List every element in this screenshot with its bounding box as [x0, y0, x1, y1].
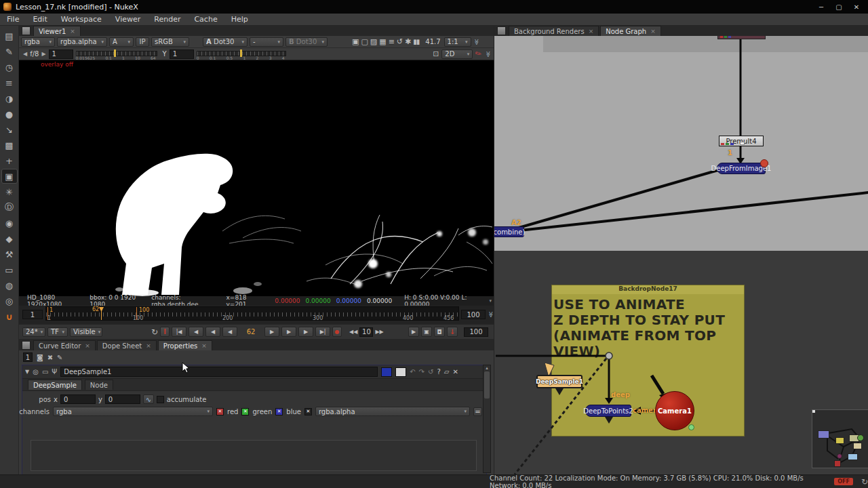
ip-toggle[interactable]: IP: [136, 37, 149, 47]
node-deeptopoints2[interactable]: DeepToPoints2: [585, 405, 631, 417]
red-checkbox[interactable]: ✕: [216, 408, 224, 415]
deep-icon[interactable]: Ⓓ: [1, 200, 18, 215]
step-back-button[interactable]: ◀: [222, 327, 237, 337]
layer-dropdown[interactable]: rgba▾: [21, 37, 55, 47]
frame-store-button[interactable]: ▣: [421, 327, 432, 337]
merge-icon[interactable]: ▩: [1, 138, 18, 152]
scroll-thumb[interactable]: [484, 371, 490, 399]
gamma-slider[interactable]: 00.10.51234: [197, 49, 285, 59]
more-chevron-icon[interactable]: ≫: [484, 51, 491, 57]
channels-dropdown[interactable]: rgba▾: [53, 407, 213, 416]
proxy-toggle-icon[interactable]: ▢: [361, 37, 368, 46]
visibility-dropdown[interactable]: Visible▾: [70, 327, 102, 337]
tab-close-icon[interactable]: ×: [70, 28, 75, 35]
toolsets-icon[interactable]: ⚒: [1, 247, 18, 262]
menu-viewer[interactable]: Viewer: [115, 15, 140, 24]
pos-x-field[interactable]: 0: [60, 394, 96, 404]
menu-render[interactable]: Render: [154, 15, 180, 24]
collapse-panel-icon[interactable]: ▼: [25, 369, 29, 375]
filter-icon[interactable]: ●: [1, 106, 18, 121]
flipbook-button[interactable]: ▶: [408, 327, 419, 337]
node-deepfromimage1[interactable]: DeepFromImage1: [717, 163, 766, 174]
node-premult4[interactable]: Premult4: [719, 136, 764, 146]
tab-curve-editor[interactable]: Curve Editor×: [33, 340, 96, 350]
views-icon[interactable]: ◉: [1, 216, 18, 230]
tab-deepsample[interactable]: DeepSample: [28, 380, 82, 390]
node-graph-minimap[interactable]: [812, 409, 868, 468]
input-a-dropdown[interactable]: A Dot30▾: [203, 37, 248, 47]
minimize-button[interactable]: ─: [812, 1, 830, 12]
clipped-top-node[interactable]: [717, 36, 766, 39]
transform-icon[interactable]: +: [1, 153, 18, 168]
revert-icon[interactable]: ↺: [428, 368, 433, 375]
redo-icon[interactable]: ↷: [419, 368, 425, 375]
channel-dropdown[interactable]: rgba.alpha▾: [57, 37, 107, 47]
roi-icon[interactable]: ✱: [405, 37, 411, 46]
scroll-up-icon[interactable]: ▴: [484, 365, 490, 371]
node-combine[interactable]: (combine): [494, 226, 524, 237]
step-forward-button[interactable]: ▶: [264, 327, 279, 337]
pane-menu-icon[interactable]: [22, 26, 31, 35]
undo-icon[interactable]: ↶: [410, 368, 415, 375]
lut-dropdown[interactable]: sRGB▾: [151, 37, 189, 47]
gain-slider[interactable]: 0.0156250.111064: [76, 49, 156, 59]
menu-workspace[interactable]: Workspace: [61, 15, 102, 24]
wipe-mode-dropdown[interactable]: -▾: [250, 37, 283, 47]
particles-icon[interactable]: ✳: [1, 184, 18, 199]
time-icon[interactable]: ◷: [1, 60, 18, 75]
lock-range-icon[interactable]: ◘: [434, 327, 445, 337]
first-frame-button[interactable]: |◀: [172, 327, 186, 337]
current-frame[interactable]: 62: [239, 328, 262, 336]
green-checkbox[interactable]: ✕: [241, 408, 249, 415]
stack-icon[interactable]: ≡: [389, 37, 395, 46]
lock-panels-icon[interactable]: ◙: [37, 354, 43, 361]
refresh-icon[interactable]: ↺: [397, 37, 403, 46]
center-node-icon[interactable]: ◎: [33, 368, 39, 375]
tf-dropdown[interactable]: TF▾: [47, 327, 68, 337]
wipe-icon[interactable]: ▨: [370, 37, 377, 46]
off-badge[interactable]: OFF: [834, 478, 853, 485]
tab-close-icon[interactable]: ×: [201, 342, 207, 349]
gain-field[interactable]: 1: [49, 49, 73, 59]
animation-menu-icon[interactable]: ∿: [143, 394, 154, 404]
tab-dope-sheet[interactable]: Dope Sheet×: [97, 340, 157, 350]
pane-menu-icon[interactable]: [22, 341, 31, 350]
float-panel-icon[interactable]: ▱: [444, 368, 450, 375]
next-aperture-icon[interactable]: ▶: [41, 51, 45, 57]
frame-increment-field[interactable]: 10: [359, 327, 373, 337]
refresh-status-icon[interactable]: ↻: [861, 477, 868, 487]
out-point-button[interactable]: ●: [332, 327, 342, 337]
skip-forward-icon[interactable]: ▶▶: [375, 329, 383, 335]
accumulate-checkbox[interactable]: [157, 396, 164, 403]
tab-viewer1[interactable]: Viewer1 ×: [33, 26, 81, 36]
ratio-dropdown[interactable]: 1:1▾: [444, 37, 471, 47]
pos-y-field[interactable]: 0: [105, 394, 140, 404]
gamma-field[interactable]: 1: [170, 49, 194, 59]
menu-help[interactable]: Help: [231, 15, 248, 24]
prev-aperture-icon[interactable]: ◀: [23, 51, 27, 57]
play-button[interactable]: ▶: [281, 327, 296, 337]
roi-pen-icon[interactable]: ✎: [474, 49, 484, 60]
timeline-start-field[interactable]: 1: [22, 310, 43, 319]
node-deepsample1[interactable]: DeepSample1: [536, 375, 583, 388]
input-dropdown[interactable]: A▾: [109, 37, 134, 47]
help-icon[interactable]: ?: [437, 368, 440, 375]
timeline-track[interactable]: 1 100 62 1 100 200 300 400 456: [45, 306, 459, 321]
edit-icon[interactable]: ✎: [57, 354, 62, 361]
air-icon[interactable]: ◎: [1, 293, 18, 308]
properties-vscrollbar[interactable]: ▴: [483, 365, 491, 473]
tab-node-graph[interactable]: Node Graph×: [600, 26, 661, 36]
loop-mode-icon[interactable]: ↻: [151, 327, 158, 337]
fps-display-field[interactable]: 100: [464, 327, 488, 337]
more-chevron-icon[interactable]: ≫: [473, 39, 479, 45]
view-mode-dropdown[interactable]: 2D▾: [441, 49, 473, 59]
menu-cache[interactable]: Cache: [194, 15, 217, 24]
channel-icon[interactable]: ≡: [1, 75, 18, 90]
info-caret-icon[interactable]: ▾: [489, 298, 492, 304]
node-name-field[interactable]: DeepSample1: [60, 367, 378, 377]
alpha-checkbox[interactable]: ✕: [304, 408, 312, 415]
node-camera1[interactable]: Camera1: [655, 391, 694, 430]
nuke-logo-icon[interactable]: ∪: [1, 309, 18, 324]
clear-panels-icon[interactable]: ✖: [47, 354, 53, 361]
3d-icon[interactable]: ▣: [1, 169, 18, 184]
